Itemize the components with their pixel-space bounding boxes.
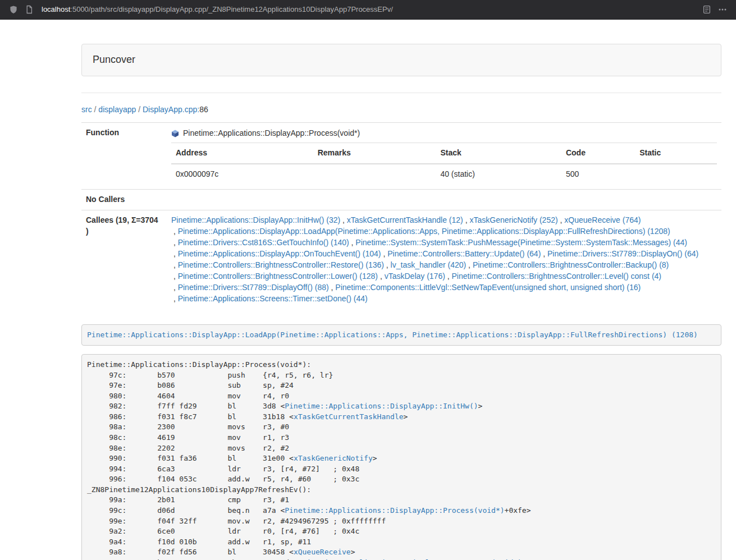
column-header-static: Static: [635, 143, 717, 163]
callee-separator: ,: [171, 272, 178, 281]
reader-mode-icon[interactable]: [699, 2, 715, 17]
page-content: Puncover src / displayapp / DisplayApp.c…: [81, 20, 721, 560]
callee-link[interactable]: Pinetime::Drivers::Cst816S::GetTouchInfo…: [178, 238, 349, 247]
disassembly-symbol-link[interactable]: xTaskGenericNotify: [294, 454, 373, 462]
callee-separator: ,: [171, 283, 178, 292]
cell-address: 0x0000097c: [171, 164, 313, 185]
disassembly-symbol-link[interactable]: Pinetime::Applications::DisplayApp::Init…: [285, 402, 478, 410]
callee-link[interactable]: Pinetime::Drivers::St7789::DisplayOn() (…: [547, 249, 698, 258]
no-callers-row: No Callers: [81, 189, 721, 210]
function-table: Function Pinetime::Applications::Display…: [81, 122, 721, 309]
callees-label: Callees (19, Σ=3704 ): [81, 210, 167, 309]
callee-link[interactable]: Pinetime::Controllers::Battery::Update()…: [387, 249, 541, 258]
callee-separator: ,: [381, 249, 388, 258]
cell-static: [635, 164, 717, 185]
callee-link[interactable]: Pinetime::System::SystemTask::PushMessag…: [355, 238, 687, 247]
cell-stack: 40 (static): [436, 164, 561, 185]
column-header-remarks: Remarks: [313, 143, 436, 163]
callee-separator: ,: [541, 249, 547, 258]
function-row: Function Pinetime::Applications::Display…: [81, 122, 721, 189]
callee-link[interactable]: lv_task_handler (420): [391, 260, 467, 269]
function-name: Pinetime::Applications::DisplayApp::Proc…: [183, 128, 360, 139]
function-name-line: Pinetime::Applications::DisplayApp::Proc…: [171, 128, 717, 139]
function-type-icon: [171, 130, 179, 137]
breadcrumb-separator: /: [92, 105, 99, 114]
page-actions-menu-icon[interactable]: [715, 2, 730, 17]
callee-link[interactable]: Pinetime::Controllers::BrightnessControl…: [178, 272, 378, 281]
callee-separator: ,: [329, 283, 336, 292]
cell-remarks: [313, 164, 436, 185]
callee-link[interactable]: Pinetime::Drivers::St7789::DisplayOff() …: [178, 283, 329, 292]
callee-link[interactable]: xTaskGenericNotify (252): [469, 215, 557, 224]
callee-separator: ,: [340, 215, 347, 224]
function-row-label: Function: [81, 122, 167, 189]
callee-separator: ,: [445, 272, 452, 281]
column-header-code: Code: [561, 143, 635, 163]
app-header-panel: Puncover: [81, 44, 721, 76]
disassembly-code-block: Pinetime::Applications::DisplayApp::Proc…: [81, 354, 721, 560]
no-callers-label: No Callers: [81, 189, 167, 210]
column-header-stack: Stack: [436, 143, 561, 163]
cell-code: 500: [561, 164, 635, 185]
url-host: localhost: [42, 5, 70, 13]
callee-separator: ,: [463, 215, 470, 224]
disassembly-symbol-link[interactable]: xTaskGetCurrentTaskHandle: [294, 412, 404, 421]
callee-separator: ,: [466, 260, 473, 269]
column-header-address: Address: [171, 143, 313, 163]
callee-link[interactable]: Pinetime::Components::LittleVgl::SetNewT…: [335, 283, 641, 292]
callee-link[interactable]: vTaskDelay (176): [385, 272, 445, 281]
disassembly-symbol-link[interactable]: xQueueReceive: [294, 548, 351, 556]
site-identity-page-icon[interactable]: [21, 2, 37, 17]
table-row: 0x0000097c 40 (static) 500: [171, 164, 717, 185]
load-app-snippet: Pinetime::Applications::DisplayApp::Load…: [81, 324, 721, 346]
breadcrumb-separator: /: [136, 105, 143, 114]
url-path: :5000/path/src/displayapp/DisplayApp.cpp…: [70, 5, 393, 13]
breadcrumb: src / displayapp / DisplayApp.cpp:86: [81, 104, 721, 116]
app-title: Puncover: [93, 54, 135, 65]
callees-list: Pinetime::Applications::DisplayApp::Init…: [167, 210, 721, 309]
callee-link[interactable]: Pinetime::Applications::Screens::Timer::…: [178, 294, 368, 303]
tracking-protection-shield-icon[interactable]: [6, 2, 21, 17]
breadcrumb-link[interactable]: DisplayApp.cpp:: [143, 105, 199, 114]
disassembly-symbol-link[interactable]: Pinetime::Applications::DisplayApp::Proc…: [285, 506, 504, 515]
callee-link[interactable]: Pinetime::Applications::DisplayApp::Load…: [178, 227, 670, 236]
callee-separator: ,: [558, 215, 565, 224]
callee-separator: ,: [349, 238, 356, 247]
callees-row: Callees (19, Σ=3704 ) Pinetime::Applicat…: [81, 210, 721, 309]
callee-separator: ,: [384, 260, 391, 269]
url-text[interactable]: localhost:5000/path/src/displayapp/Displ…: [42, 4, 699, 15]
divider: [81, 93, 721, 93]
callee-link[interactable]: xQueueReceive (764): [564, 215, 641, 224]
callee-link[interactable]: Pinetime::Controllers::BrightnessControl…: [473, 260, 669, 269]
callee-separator: ,: [171, 249, 178, 258]
snippet-link[interactable]: Pinetime::Applications::DisplayApp::Load…: [87, 331, 698, 339]
browser-url-bar: localhost:5000/path/src/displayapp/Displ…: [0, 0, 736, 20]
breadcrumb-link[interactable]: displayapp: [98, 105, 136, 114]
function-stats-table: Address Remarks Stack Code Static 0x0000…: [171, 143, 717, 185]
breadcrumb-link[interactable]: src: [81, 105, 92, 114]
callee-separator: ,: [378, 272, 385, 281]
line-number: 86: [199, 105, 208, 114]
callee-link[interactable]: Pinetime::Applications::DisplayApp::OnTo…: [178, 249, 381, 258]
callee-separator: ,: [171, 260, 178, 269]
callee-separator: ,: [171, 294, 178, 303]
callee-link[interactable]: Pinetime::Applications::DisplayApp::Init…: [171, 215, 340, 224]
callee-separator: ,: [171, 227, 178, 236]
callee-link[interactable]: Pinetime::Controllers::BrightnessControl…: [452, 272, 661, 281]
callee-separator: ,: [171, 238, 178, 247]
callee-link[interactable]: Pinetime::Controllers::BrightnessControl…: [178, 260, 384, 269]
callee-link[interactable]: xTaskGetCurrentTaskHandle (12): [347, 215, 463, 224]
